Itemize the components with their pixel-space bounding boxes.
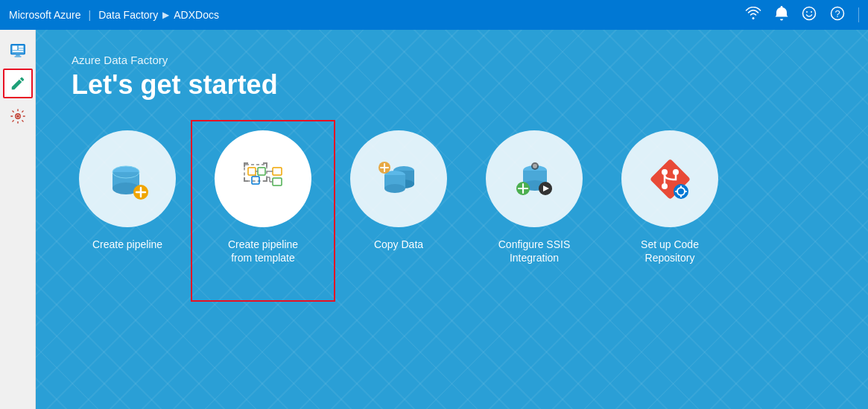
- topbar: Microsoft Azure | Data Factory ▶ ADXDocs: [0, 0, 868, 30]
- card-label-pipeline: Create pipeline: [92, 238, 162, 251]
- content-area: Azure Data Factory Let's get started: [36, 30, 868, 409]
- svg-point-62: [673, 169, 679, 175]
- svg-rect-10: [16, 54, 20, 57]
- svg-rect-36: [273, 178, 282, 186]
- svg-rect-25: [252, 177, 259, 184]
- wifi-icon[interactable]: [745, 7, 761, 24]
- card-circle-ssis: [486, 130, 583, 227]
- bell-icon[interactable]: [775, 6, 788, 25]
- svg-rect-6: [12, 46, 16, 51]
- svg-point-13: [16, 115, 19, 118]
- svg-rect-9: [12, 51, 23, 52]
- svg-rect-8: [18, 48, 22, 50]
- card-label-ssis: Configure SSISIntegration: [498, 238, 571, 264]
- content-title: Let's get started: [72, 69, 832, 101]
- svg-point-59: [533, 164, 537, 168]
- card-setup-code-repo[interactable]: Set up CodeRepository: [614, 130, 726, 264]
- svg-text:?: ?: [835, 8, 840, 19]
- card-create-pipeline[interactable]: Create pipeline: [72, 130, 183, 251]
- breadcrumb-adxdocs[interactable]: ADXDocs: [174, 9, 219, 21]
- svg-rect-11: [14, 56, 21, 57]
- sidebar-item-configure[interactable]: [3, 101, 33, 131]
- card-label-repo: Set up CodeRepository: [641, 238, 699, 264]
- card-create-pipeline-template[interactable]: Create pipelinefrom template: [207, 130, 319, 264]
- card-circle-pipeline: [79, 130, 176, 227]
- card-label-copy: Copy Data: [374, 238, 423, 251]
- topbar-right-divider: [858, 7, 859, 22]
- card-copy-data[interactable]: Copy Data: [343, 130, 454, 251]
- svg-point-61: [662, 169, 668, 175]
- svg-rect-22: [248, 168, 256, 175]
- card-circle-repo: [621, 130, 718, 227]
- breadcrumb-arrow: ▶: [162, 10, 169, 20]
- svg-rect-23: [258, 168, 265, 175]
- topbar-divider: |: [88, 9, 91, 21]
- svg-point-1: [806, 11, 808, 13]
- svg-rect-49: [380, 167, 389, 168]
- card-circle-copy: [350, 130, 447, 227]
- svg-rect-35: [273, 168, 282, 175]
- svg-point-0: [803, 7, 816, 19]
- smiley-icon[interactable]: [802, 6, 817, 25]
- svg-point-2: [811, 11, 812, 13]
- svg-point-63: [662, 183, 668, 189]
- main-layout: Azure Data Factory Let's get started: [0, 30, 868, 409]
- card-circle-template: [215, 130, 311, 227]
- svg-point-46: [384, 184, 405, 193]
- breadcrumb-datafactory[interactable]: Data Factory: [98, 9, 158, 21]
- svg-rect-7: [18, 46, 22, 48]
- sidebar-item-monitor[interactable]: [3, 36, 33, 66]
- sidebar-item-author[interactable]: [3, 69, 33, 98]
- help-icon[interactable]: ?: [830, 6, 845, 25]
- breadcrumb: Data Factory ▶ ADXDocs: [98, 9, 219, 21]
- card-label-template: Create pipelinefrom template: [228, 238, 298, 264]
- cards-row: Create pipeline: [72, 130, 832, 264]
- topbar-right: ?: [745, 6, 859, 25]
- content-subtitle: Azure Data Factory: [72, 54, 832, 66]
- sidebar: [0, 30, 36, 409]
- brand-label: Microsoft Azure: [9, 9, 80, 21]
- card-configure-ssis[interactable]: Configure SSISIntegration: [478, 130, 590, 264]
